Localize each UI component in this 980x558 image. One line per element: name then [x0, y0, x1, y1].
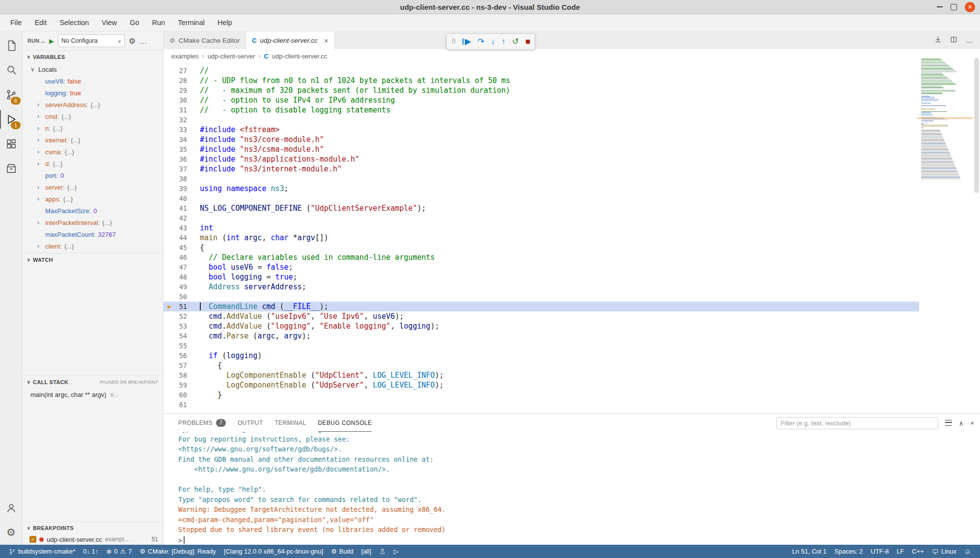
step-over-icon[interactable]: ↷	[478, 37, 485, 46]
gutter-breakpoint-zone[interactable]	[163, 390, 175, 400]
code-line[interactable]: 33#include <fstream>	[163, 125, 921, 135]
tab-cmake-cache-editor[interactable]: ⚙ CMake Cache Editor	[163, 31, 246, 49]
breakpoints-header[interactable]: ∨ BREAKPOINTS	[23, 522, 163, 534]
code-line[interactable]: 43int	[163, 223, 921, 233]
stop-icon[interactable]: ■	[525, 37, 530, 46]
run-file-icon[interactable]: ▷	[390, 545, 403, 558]
variable-row[interactable]: ›n:{...}	[23, 122, 163, 134]
gutter-breakpoint-zone[interactable]	[163, 125, 175, 135]
code-line[interactable]: 52 cmd.AddValue ("useIpv6", "Use Ipv6", …	[163, 311, 921, 321]
more-actions-icon[interactable]: …	[965, 36, 973, 45]
variable-row[interactable]: logging:true	[23, 87, 163, 99]
gutter-breakpoint-zone[interactable]	[163, 95, 175, 105]
gutter-breakpoint-zone[interactable]	[163, 115, 175, 125]
code-line[interactable]: 36#include "ns3/applications-module.h"	[163, 154, 921, 164]
beaker-icon[interactable]	[375, 545, 390, 558]
chevron-right-icon[interactable]: ›	[37, 160, 45, 167]
tab-problems[interactable]: PROBLEMS 7	[178, 414, 226, 432]
code-line[interactable]: 29// - maximum of 320 packets sent (or l…	[163, 85, 921, 95]
chevron-right-icon[interactable]: ›	[37, 148, 45, 155]
gutter-breakpoint-zone[interactable]	[163, 203, 175, 213]
code-line[interactable]: ▶51 CommandLine cmd (__FILE__);	[163, 302, 921, 311]
variable-row[interactable]: ›interPacketInterval:{...}	[23, 217, 163, 228]
debug-console[interactable]: Type "show configuration" for configurat…	[163, 432, 980, 545]
chevron-right-icon[interactable]: ›	[37, 101, 45, 108]
code-line[interactable]: 41NS_LOG_COMPONENT_DEFINE ("UdpClientSer…	[163, 203, 921, 213]
notifications-bell-icon[interactable]	[960, 545, 975, 558]
restore-icon[interactable]	[951, 4, 957, 10]
maximize-panel-icon[interactable]: ∧	[959, 419, 964, 427]
start-debugging-icon[interactable]: ▶	[49, 37, 54, 45]
gutter-breakpoint-zone[interactable]	[163, 351, 175, 361]
menu-edit[interactable]: Edit	[28, 14, 53, 31]
code-line[interactable]: 55	[163, 341, 921, 351]
cmake-target-status[interactable]: [all]	[357, 545, 375, 558]
account-icon[interactable]	[0, 496, 22, 520]
code-line[interactable]: 56 if (logging)	[163, 351, 921, 361]
code-line[interactable]: 61	[163, 400, 921, 410]
views-more-icon[interactable]: …	[139, 37, 147, 45]
tab-output[interactable]: OUTPUT	[238, 414, 263, 432]
code-line[interactable]: 44main (int argc, char *argv[])	[163, 233, 921, 243]
code-line[interactable]: 60 }	[163, 390, 921, 400]
gutter-breakpoint-zone[interactable]	[163, 243, 175, 252]
breakpoint-checkbox[interactable]: ✓	[29, 536, 36, 543]
source-control-icon[interactable]: 6	[0, 83, 22, 107]
gutter-breakpoint-zone[interactable]	[163, 105, 175, 115]
menu-go[interactable]: Go	[123, 14, 145, 31]
code-line[interactable]: 31// - option to disable logging stateme…	[163, 105, 921, 115]
close-panel-icon[interactable]: ×	[970, 419, 974, 427]
breadcrumb-examples[interactable]: examples	[171, 53, 199, 60]
cmake-status[interactable]: ⚙ CMake: [Debug]: Ready	[136, 545, 219, 558]
menu-selection[interactable]: Selection	[53, 14, 95, 31]
variable-row[interactable]: ›internet:{...}	[23, 134, 163, 146]
code-line[interactable]: 28// - UDP flow from n0 to n1 of 1024 by…	[163, 76, 921, 85]
code-line[interactable]: 47 bool useV6 = false;	[163, 262, 921, 272]
indentation-status[interactable]: Spaces: 2	[831, 545, 867, 558]
code-line[interactable]: 30// - option to use IPv4 or IPv6 addres…	[163, 95, 921, 105]
variables-header[interactable]: ∨ VARIABLES	[23, 51, 163, 63]
eol-status[interactable]: LF	[893, 545, 908, 558]
chevron-right-icon[interactable]: ›	[37, 243, 45, 250]
variable-row[interactable]: maxPacketCount:32767	[23, 228, 163, 240]
code-line[interactable]: 46 // Declare variables used in command-…	[163, 252, 921, 262]
variable-row[interactable]: ›cmd:{...}	[23, 111, 163, 122]
breakpoint-row[interactable]: ✓ udp-client-server.cc exampl... 51	[23, 534, 163, 545]
problems-status[interactable]: ⊗ 0 ⚠ 7	[102, 545, 136, 558]
chevron-right-icon[interactable]: ›	[37, 195, 45, 202]
os-status[interactable]: Linux	[928, 545, 960, 558]
drag-grip-icon[interactable]: ⠿	[451, 38, 456, 45]
variable-row[interactable]: ›server:{...}	[23, 181, 163, 193]
search-icon[interactable]	[0, 58, 22, 83]
archive-box-icon[interactable]	[0, 156, 22, 181]
code-line[interactable]: 38	[163, 174, 921, 184]
gutter-breakpoint-zone[interactable]	[163, 341, 175, 351]
gutter-breakpoint-zone[interactable]	[163, 380, 175, 390]
gutter-breakpoint-zone[interactable]	[163, 361, 175, 370]
restart-icon[interactable]: ↺	[512, 37, 519, 46]
gutter-breakpoint-zone[interactable]	[163, 144, 175, 154]
gutter-breakpoint-zone[interactable]	[163, 292, 175, 302]
code-line[interactable]: 37#include "ns3/internet-module.h"	[163, 164, 921, 174]
step-into-icon[interactable]: ↓	[491, 37, 495, 46]
code-line[interactable]: 59 LogComponentEnable ("UdpServer", LOG_…	[163, 380, 921, 390]
menu-terminal[interactable]: Terminal	[171, 14, 211, 31]
watch-header[interactable]: ∨ WATCH	[23, 253, 163, 266]
variable-row[interactable]: ›apps:{...}	[23, 193, 163, 205]
gutter-breakpoint-zone[interactable]	[163, 233, 175, 243]
scope-locals[interactable]: ∨ Locals	[23, 63, 163, 75]
cursor-position-status[interactable]: Ln 51, Col 1	[788, 545, 830, 558]
variable-row[interactable]: ›d:{...}	[23, 158, 163, 169]
code-line[interactable]: 34#include "ns3/core-module.h"	[163, 135, 921, 144]
console-prompt[interactable]: >	[178, 535, 980, 545]
code-line[interactable]: 40	[163, 194, 921, 203]
variable-row[interactable]: ›csma:{...}	[23, 146, 163, 158]
gutter-breakpoint-zone[interactable]	[163, 164, 175, 174]
gutter-breakpoint-zone[interactable]	[163, 135, 175, 144]
step-out-icon[interactable]: ↑	[501, 37, 506, 46]
gutter-breakpoint-zone[interactable]	[163, 76, 175, 85]
settings-gear-icon[interactable]: ⚙	[0, 520, 22, 545]
gutter-breakpoint-zone[interactable]	[163, 85, 175, 95]
code-line[interactable]: 27//	[163, 66, 921, 76]
menu-run[interactable]: Run	[146, 14, 172, 31]
